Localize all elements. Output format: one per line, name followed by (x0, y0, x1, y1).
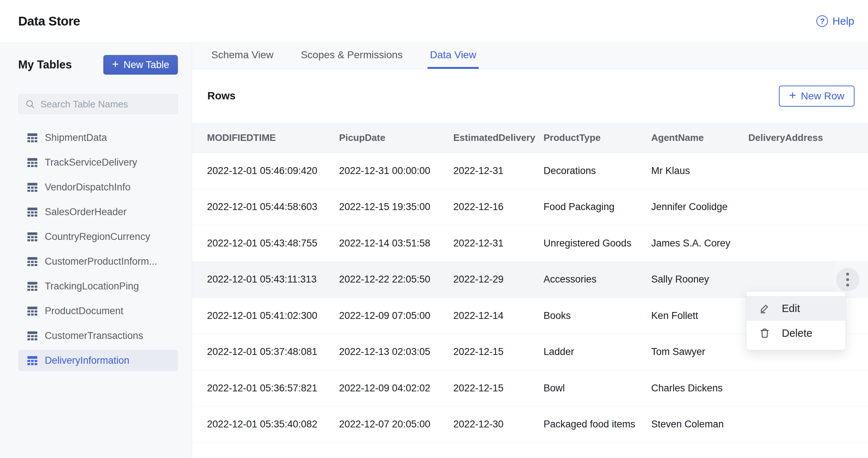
new-table-label: New Table (123, 59, 169, 71)
cell-modifiedtime: 2022-12-01 05:44:58:603 (207, 201, 339, 213)
search-icon (25, 99, 35, 109)
sidebar-item-salesorderheader[interactable]: SalesOrderHeader (18, 201, 178, 222)
table-header-row: MODIFIEDTIME PicupDate EstimatedDelivery… (192, 123, 868, 153)
help-link[interactable]: ? Help (816, 15, 854, 27)
row-more-button[interactable] (836, 268, 859, 291)
cell-producttype: Unregistered Goods (544, 238, 651, 249)
rows-heading: Rows (207, 90, 235, 102)
cell-picupdate: 2022-12-31 00:00:00 (339, 165, 453, 177)
plus-icon: + (112, 58, 119, 70)
table-row[interactable]: 2022-12-01 05:44:58:603 2022-12-15 19:35… (192, 189, 868, 226)
main-panel: Schema View Scopes & Permissions Data Vi… (192, 43, 868, 458)
table-icon (27, 331, 38, 341)
sidebar: My Tables + New Table ShipmentData (0, 43, 192, 458)
table-icon (27, 182, 38, 192)
table-name: CustomerTransactions (45, 330, 143, 341)
sidebar-item-customertransactions[interactable]: CustomerTransactions (18, 325, 178, 346)
table-name: DeliveryInformation (45, 355, 130, 366)
table-row[interactable]: 2022-12-01 05:46:09:420 2022-12-31 00:00… (192, 153, 868, 189)
sidebar-title: My Tables (18, 58, 72, 71)
cell-picupdate: 2022-12-09 04:02:02 (339, 383, 453, 394)
help-icon: ? (816, 15, 828, 27)
menu-item-delete[interactable]: Delete (746, 321, 845, 346)
cell-agentname: Tom Sawyer (651, 346, 748, 358)
cell-modifiedtime: 2022-12-01 05:35:40:082 (207, 419, 339, 430)
table-row[interactable]: 2022-12-01 05:35:40:082 2022-12-07 20:05… (192, 407, 868, 443)
cell-estimateddelivery: 2022-12-15 (453, 383, 544, 394)
tab-schema-view[interactable]: Schema View (209, 43, 276, 69)
cell-agentname: James S.A. Corey (651, 238, 748, 249)
menu-item-label: Delete (782, 327, 812, 339)
cell-estimateddelivery: 2022-12-30 (453, 419, 544, 430)
new-row-button[interactable]: + New Row (779, 86, 855, 107)
menu-item-edit[interactable]: Edit (746, 296, 845, 321)
cell-estimateddelivery: 2022-12-14 (453, 310, 544, 321)
help-label: Help (832, 15, 854, 27)
column-header-picupdate: PicupDate (339, 132, 453, 143)
cell-modifiedtime: 2022-12-01 05:43:11:313 (207, 274, 339, 285)
table-name: TrackServiceDelivery (45, 157, 137, 168)
cell-modifiedtime: 2022-12-01 05:46:09:420 (207, 165, 339, 177)
cell-modifiedtime: 2022-12-01 05:43:48:755 (207, 238, 339, 249)
plus-icon: + (789, 89, 796, 101)
table-row[interactable]: 2022-12-01 05:43:48:755 2022-12-14 03:51… (192, 225, 868, 262)
table-name: TrackingLocationPing (45, 281, 139, 292)
table-name: VendorDispatchInfo (45, 182, 131, 193)
kebab-icon (846, 273, 849, 287)
sidebar-item-countryregioncurrency[interactable]: CountryRegionCurrency (18, 226, 178, 247)
table-icon (27, 133, 38, 143)
body-split: My Tables + New Table ShipmentData (0, 43, 868, 458)
cell-producttype: Decorations (544, 165, 651, 177)
column-header-deliveryaddress: DeliveryAddress (748, 132, 868, 143)
cell-agentname: Steven Coleman (651, 419, 748, 430)
tab-data-view[interactable]: Data View (427, 43, 479, 69)
cell-picupdate: 2022-12-07 20:05:00 (339, 419, 453, 430)
sidebar-item-deliveryinformation[interactable]: DeliveryInformation (18, 350, 178, 371)
table-search-box[interactable] (18, 94, 178, 114)
table-icon (27, 207, 38, 217)
table-name: ProductDocument (45, 305, 123, 317)
cell-agentname: Mr Klaus (651, 165, 748, 177)
cell-agentname: Sally Rooney (651, 274, 748, 285)
cell-agentname: Ken Follett (651, 310, 748, 321)
sidebar-item-trackinglocationping[interactable]: TrackingLocationPing (18, 276, 178, 297)
cell-producttype: Packaged food items (544, 419, 651, 430)
cell-producttype: Books (544, 310, 651, 321)
cell-picupdate: 2022-12-09 07:05:00 (339, 310, 453, 321)
cell-picupdate: 2022-12-15 19:35:00 (339, 201, 453, 213)
new-row-label: New Row (801, 90, 844, 102)
cell-estimateddelivery: 2022-12-16 (453, 201, 544, 213)
cell-picupdate: 2022-12-14 03:51:58 (339, 238, 453, 249)
table-name: ShipmentData (45, 132, 107, 143)
column-header-estimateddelivery: EstimatedDelivery (453, 132, 544, 143)
cell-producttype: Food Packaging (544, 201, 651, 213)
sidebar-item-trackservicedelivery[interactable]: TrackServiceDelivery (18, 152, 178, 173)
column-header-producttype: ProductType (544, 132, 651, 143)
search-input[interactable] (40, 99, 171, 110)
table-row[interactable]: 2022-12-01 05:36:57:821 2022-12-09 04:02… (192, 370, 868, 407)
cell-picupdate: 2022-12-13 02:03:05 (339, 346, 453, 358)
cell-estimateddelivery: 2022-12-29 (453, 274, 544, 285)
data-store-app: Data Store ? Help My Tables + New Table (0, 0, 868, 458)
sidebar-item-productdocument[interactable]: ProductDocument (18, 300, 178, 321)
sidebar-item-customerproductinformation[interactable]: CustomerProductInform... (18, 251, 178, 272)
cell-modifiedtime: 2022-12-01 05:36:57:821 (207, 383, 339, 394)
table-icon (27, 257, 38, 266)
row-context-menu: Edit Delete (746, 291, 846, 350)
menu-item-label: Edit (782, 303, 800, 315)
table-name: SalesOrderHeader (45, 206, 127, 218)
sidebar-item-vendordispatchinfo[interactable]: VendorDispatchInfo (18, 177, 178, 198)
table-icon (27, 306, 38, 316)
cell-modifiedtime: 2022-12-01 05:41:02:300 (207, 310, 339, 321)
table-list: ShipmentData TrackServiceDelivery Vendor… (18, 127, 178, 371)
sidebar-item-shipmentdata[interactable]: ShipmentData (18, 127, 178, 148)
cell-picupdate: 2022-12-22 22:05:50 (339, 274, 453, 285)
tab-scopes-permissions[interactable]: Scopes & Permissions (298, 43, 405, 69)
page-title: Data Store (18, 14, 80, 28)
cell-estimateddelivery: 2022-12-15 (453, 346, 544, 358)
table-icon (27, 356, 38, 366)
table-icon (27, 158, 38, 167)
edit-icon (759, 303, 771, 314)
cell-producttype: Bowl (544, 383, 651, 394)
new-table-button[interactable]: + New Table (103, 55, 178, 75)
